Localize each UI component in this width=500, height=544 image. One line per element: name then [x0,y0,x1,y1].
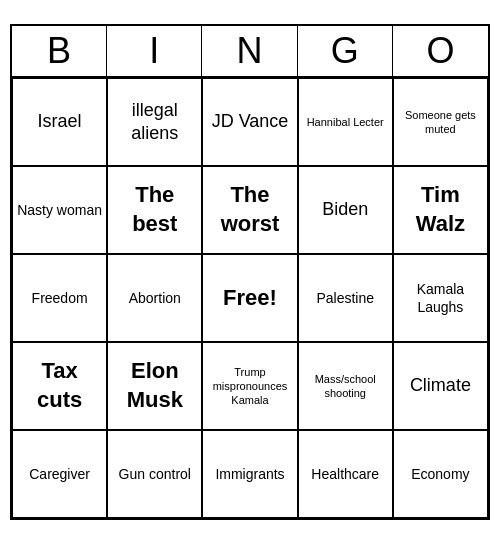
bingo-cell-1: illegal aliens [107,78,202,166]
bingo-cell-8: Biden [298,166,393,254]
bingo-cell-20: Caregiver [12,430,107,518]
bingo-cell-17: Trump mispronounces Kamala [202,342,297,430]
bingo-cell-0: Israel [12,78,107,166]
bingo-cell-14: Kamala Laughs [393,254,488,342]
bingo-cell-5: Nasty woman [12,166,107,254]
bingo-letter-b: B [12,26,107,76]
bingo-cell-15: Tax cuts [12,342,107,430]
bingo-cell-19: Climate [393,342,488,430]
bingo-cell-10: Freedom [12,254,107,342]
bingo-cell-9: Tim Walz [393,166,488,254]
bingo-cell-16: Elon Musk [107,342,202,430]
bingo-cell-6: The best [107,166,202,254]
bingo-cell-7: The worst [202,166,297,254]
bingo-cell-21: Gun control [107,430,202,518]
bingo-cell-18: Mass/school shooting [298,342,393,430]
bingo-card: BINGO Israelillegal aliensJD VanceHannib… [10,24,490,520]
bingo-letter-g: G [298,26,393,76]
bingo-cell-4: Someone gets muted [393,78,488,166]
bingo-grid: Israelillegal aliensJD VanceHannibal Lec… [12,78,488,518]
bingo-cell-3: Hannibal Lecter [298,78,393,166]
bingo-cell-23: Healthcare [298,430,393,518]
bingo-cell-11: Abortion [107,254,202,342]
bingo-cell-12: Free! [202,254,297,342]
bingo-letter-n: N [202,26,297,76]
bingo-cell-22: Immigrants [202,430,297,518]
bingo-header: BINGO [12,26,488,78]
bingo-letter-o: O [393,26,488,76]
bingo-cell-24: Economy [393,430,488,518]
bingo-cell-13: Palestine [298,254,393,342]
bingo-cell-2: JD Vance [202,78,297,166]
bingo-letter-i: I [107,26,202,76]
